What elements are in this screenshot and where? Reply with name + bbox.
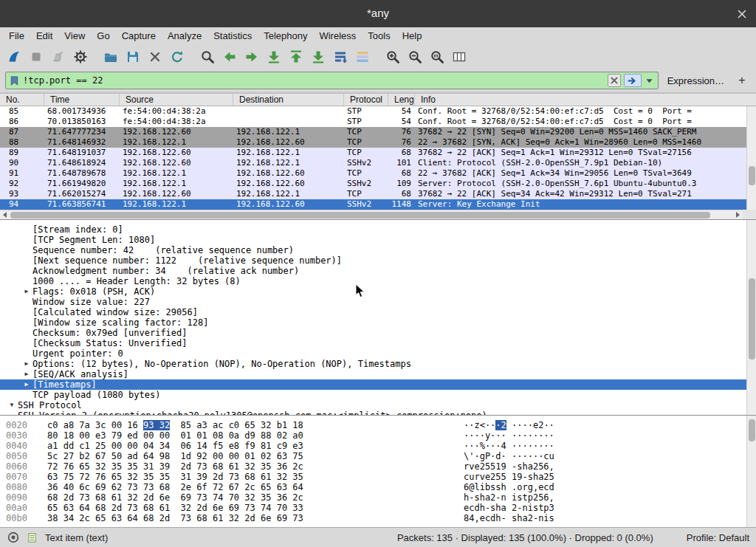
go-back-icon[interactable] bbox=[219, 47, 240, 67]
filter-apply-icon[interactable] bbox=[624, 74, 642, 87]
hex-row-0040[interactable]: 0040a1 dd c1 25 00 00 04 34 06 14 f5 e8 … bbox=[0, 441, 756, 451]
scrollbar-thumb[interactable] bbox=[749, 278, 755, 359]
expand-icon[interactable]: ▶ bbox=[21, 370, 32, 379]
file-save-icon[interactable] bbox=[123, 47, 143, 67]
packet-row-91[interactable]: 9171.648789678192.168.122.1192.168.122.6… bbox=[0, 168, 746, 179]
hex-row-0090[interactable]: 009068 2d 73 68 61 32 2d 6e 69 73 74 70 … bbox=[0, 492, 756, 503]
detail-line[interactable]: ▶[SEQ/ACK analysis] bbox=[0, 369, 746, 379]
menu-go[interactable]: Go bbox=[91, 29, 115, 43]
file-open-icon[interactable] bbox=[100, 47, 121, 67]
expand-icon[interactable]: ▶ bbox=[21, 287, 32, 296]
scroll-left-icon[interactable] bbox=[0, 210, 10, 219]
detail-line[interactable]: Acknowledgment number: 34 (relative ack … bbox=[0, 266, 746, 276]
scroll-right-icon[interactable] bbox=[733, 210, 743, 219]
go-first-icon[interactable] bbox=[286, 47, 306, 67]
packet-row-92[interactable]: 9271.661949820192.168.122.1192.168.122.6… bbox=[0, 179, 746, 189]
capture-options-icon[interactable] bbox=[70, 47, 91, 67]
menu-help[interactable]: Help bbox=[396, 29, 428, 43]
expression-button[interactable]: Expression… bbox=[659, 75, 733, 86]
filter-clear-icon[interactable] bbox=[608, 74, 621, 87]
auto-scroll-icon[interactable] bbox=[330, 47, 351, 67]
status-profile[interactable]: Profile: Default bbox=[687, 532, 749, 543]
hex-row-0030[interactable]: 003080 18 00 e3 79 ed 00 00 01 01 08 0a … bbox=[0, 430, 756, 441]
detail-line[interactable]: [Calculated window size: 29056] bbox=[0, 307, 746, 317]
detail-line[interactable]: Checksum: 0x79ed [unverified] bbox=[0, 328, 746, 338]
scrollbar-thumb[interactable] bbox=[749, 166, 755, 185]
hex-row-0070[interactable]: 007063 75 72 76 65 32 35 35 31 39 2d 73 … bbox=[0, 472, 756, 482]
colorize-icon[interactable] bbox=[352, 47, 373, 67]
menu-edit[interactable]: Edit bbox=[30, 29, 58, 43]
detail-line[interactable]: [TCP Segment Len: 1080] bbox=[0, 235, 746, 245]
packet-row-88[interactable]: 8871.648146932192.168.122.1192.168.122.6… bbox=[0, 137, 746, 148]
detail-line[interactable]: 1000 .... = Header Length: 32 bytes (8) bbox=[0, 276, 746, 286]
menu-tools[interactable]: Tools bbox=[362, 29, 396, 43]
hex-row-0050[interactable]: 00505c 27 b2 67 50 ad 64 98 1d 92 00 00 … bbox=[0, 451, 756, 461]
hex-row-0020[interactable]: 0020c0 a8 7a 3c 00 16 93 32 85 a3 ac c0 … bbox=[0, 420, 756, 430]
menu-capture[interactable]: Capture bbox=[116, 29, 162, 43]
display-filter-input[interactable]: !tcp.port == 22 bbox=[5, 72, 659, 89]
menu-statistics[interactable]: Statistics bbox=[207, 29, 258, 43]
packet-row-94[interactable]: 9471.663856741192.168.122.1192.168.122.6… bbox=[0, 199, 746, 210]
detail-line[interactable]: [Window size scaling factor: 128] bbox=[0, 317, 746, 328]
capture-comment-icon[interactable] bbox=[26, 531, 38, 544]
packet-row-86[interactable]: 8670.013850163fe:54:00:d4:38:2aSTP54Conf… bbox=[0, 117, 746, 127]
go-last-icon[interactable] bbox=[308, 47, 329, 67]
find-packet-icon[interactable] bbox=[197, 47, 218, 67]
capture-stop-icon[interactable] bbox=[26, 47, 47, 67]
packet-list-hscrollbar[interactable] bbox=[0, 210, 743, 219]
column-header-no[interactable]: No. bbox=[0, 94, 44, 106]
detail-line[interactable]: ▶[Timestamps] bbox=[0, 379, 746, 390]
filter-add-button[interactable]: + bbox=[733, 74, 751, 87]
packet-row-87[interactable]: 8771.647777234192.168.122.60192.168.122.… bbox=[0, 127, 746, 137]
hex-row-00a0[interactable]: 00a065 63 64 68 2d 73 68 61 32 2d 6e 69 … bbox=[0, 503, 756, 513]
detail-line[interactable]: Sequence number: 42 (relative sequence n… bbox=[0, 245, 746, 255]
column-header-source[interactable]: Source bbox=[120, 94, 233, 106]
packet-row-89[interactable]: 8971.648191037192.168.122.60192.168.122.… bbox=[0, 148, 746, 158]
column-header-protocol[interactable]: Protocol bbox=[344, 94, 388, 106]
column-header-time[interactable]: Time bbox=[44, 94, 120, 106]
detail-line[interactable]: [Next sequence number: 1122 (relative se… bbox=[0, 255, 746, 266]
menu-wireless[interactable]: Wireless bbox=[313, 29, 362, 43]
menu-analyze[interactable]: Analyze bbox=[162, 29, 207, 43]
reload-icon[interactable] bbox=[167, 47, 188, 67]
packet-list-scrollbar[interactable] bbox=[746, 106, 756, 210]
go-to-packet-icon[interactable] bbox=[264, 47, 284, 67]
detail-line[interactable]: Window size value: 227 bbox=[0, 297, 746, 307]
bytes-scrollbar[interactable] bbox=[746, 416, 756, 527]
capture-restart-icon[interactable] bbox=[48, 47, 69, 67]
menu-telephony[interactable]: Telephony bbox=[258, 29, 313, 43]
packet-row-93[interactable]: 9371.662015274192.168.122.60192.168.122.… bbox=[0, 189, 746, 199]
expert-info-icon[interactable] bbox=[7, 531, 19, 544]
filter-bookmark-icon[interactable] bbox=[9, 75, 20, 86]
expand-icon[interactable]: ▶ bbox=[21, 380, 32, 389]
packet-row-90[interactable]: 9071.648618924192.168.122.60192.168.122.… bbox=[0, 158, 746, 168]
filter-dropdown-icon[interactable] bbox=[645, 74, 655, 87]
window-close-button[interactable] bbox=[732, 4, 752, 24]
column-header-dest[interactable]: Destination bbox=[233, 94, 344, 106]
hex-row-0060[interactable]: 006072 76 65 32 35 35 31 39 2d 73 68 61 … bbox=[0, 461, 756, 472]
zoom-out-icon[interactable] bbox=[405, 47, 425, 67]
filter-text[interactable]: !tcp.port == 22 bbox=[23, 75, 605, 86]
detail-line[interactable]: ▶Options: (12 bytes), No-Operation (NOP)… bbox=[0, 359, 746, 369]
detail-line[interactable]: ▶Flags: 0x018 (PSH, ACK) bbox=[0, 286, 746, 297]
hex-row-0080[interactable]: 008036 40 6c 69 62 73 73 68 2e 6f 72 67 … bbox=[0, 482, 756, 492]
column-header-length[interactable]: Length bbox=[388, 94, 415, 106]
scrollbar-thumb[interactable] bbox=[10, 212, 710, 219]
packet-row-85[interactable]: 8568.001734936fe:54:00:d4:38:2aSTP54Conf… bbox=[0, 106, 746, 117]
file-close-icon[interactable] bbox=[145, 47, 165, 67]
column-header-info[interactable]: Info bbox=[415, 94, 756, 106]
zoom-in-icon[interactable] bbox=[382, 47, 403, 67]
scrollbar-thumb[interactable] bbox=[749, 419, 755, 441]
detail-line[interactable]: [Stream index: 0] bbox=[0, 224, 746, 235]
details-scrollbar[interactable] bbox=[746, 220, 756, 415]
detail-line[interactable]: ▼SSH Protocol bbox=[0, 400, 746, 410]
capture-start-icon[interactable] bbox=[4, 47, 24, 67]
collapse-icon[interactable]: ▼ bbox=[6, 401, 18, 410]
expand-icon[interactable]: ▶ bbox=[21, 359, 32, 368]
resize-columns-icon[interactable] bbox=[449, 47, 470, 67]
menu-file[interactable]: File bbox=[3, 29, 30, 43]
zoom-original-icon[interactable] bbox=[427, 47, 447, 67]
detail-line[interactable]: TCP payload (1080 bytes) bbox=[0, 390, 746, 400]
menu-view[interactable]: View bbox=[58, 29, 91, 43]
go-forward-icon[interactable] bbox=[241, 47, 262, 67]
